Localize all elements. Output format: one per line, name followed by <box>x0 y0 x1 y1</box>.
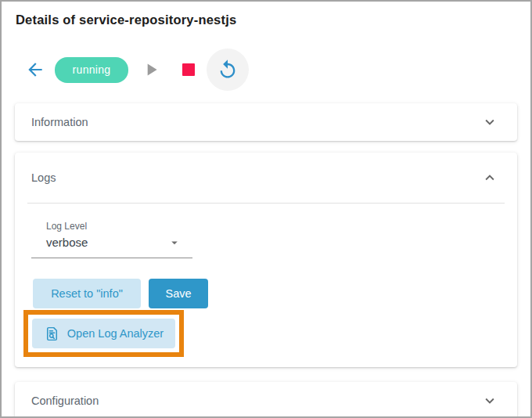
arrow-left-icon <box>25 59 45 80</box>
service-details-page: Details of service-repository-nestjs run… <box>0 0 532 418</box>
information-panel: Information <box>15 103 517 141</box>
configuration-panel-label: Configuration <box>31 395 99 407</box>
log-level-value: verbose <box>46 235 167 250</box>
back-button[interactable] <box>25 59 45 80</box>
open-log-analyzer-label: Open Log Analyzer <box>67 327 164 340</box>
configuration-panel: Configuration <box>15 382 517 418</box>
replay-icon <box>217 59 239 81</box>
information-panel-header[interactable]: Information <box>15 103 517 141</box>
configuration-panel-header[interactable]: Configuration <box>15 382 517 418</box>
logs-panel-body: Log Level verbose Reset to "info" Save <box>15 204 517 367</box>
log-level-actions: Reset to "info" Save <box>33 279 498 308</box>
save-log-level-button[interactable]: Save <box>149 279 208 308</box>
status-badge: running <box>55 57 128 83</box>
chevron-down-icon <box>481 114 498 131</box>
open-log-analyzer-button[interactable]: Open Log Analyzer <box>32 319 175 348</box>
log-analyzer-icon <box>44 326 60 342</box>
dropdown-arrow-icon <box>167 236 182 250</box>
start-service-button[interactable] <box>141 59 161 80</box>
page-title: Details of service-repository-nestjs <box>2 2 530 27</box>
restart-service-button[interactable] <box>207 49 249 91</box>
log-level-label: Log Level <box>31 221 192 232</box>
logs-panel-header[interactable]: Logs <box>15 153 517 203</box>
log-level-select[interactable]: Log Level verbose <box>31 221 192 258</box>
annotation-highlight-rectangle: Open Log Analyzer <box>23 310 184 357</box>
chevron-up-icon <box>481 169 498 186</box>
service-controls-toolbar: running <box>2 49 530 91</box>
play-icon <box>141 59 161 80</box>
information-panel-label: Information <box>31 116 88 128</box>
logs-panel-label: Logs <box>31 171 56 184</box>
stop-square-icon <box>182 63 195 76</box>
logs-panel: Logs Log Level verbose Reset to "info" S… <box>15 153 517 367</box>
reset-log-level-button[interactable]: Reset to "info" <box>33 279 141 308</box>
chevron-down-icon <box>481 392 498 409</box>
stop-service-button[interactable] <box>182 63 196 77</box>
